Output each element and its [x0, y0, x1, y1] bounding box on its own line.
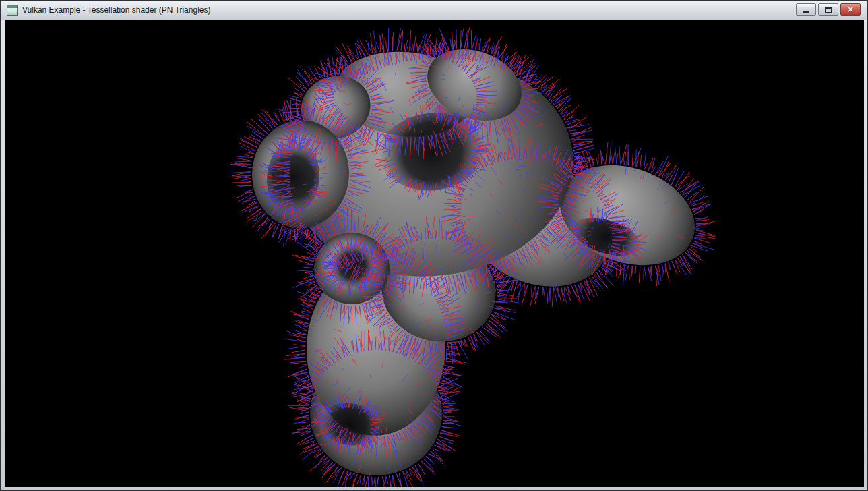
window-title: Vulkan Example - Tessellation shader (PN… — [22, 5, 210, 15]
minimize-button[interactable] — [796, 3, 816, 16]
maximize-button[interactable] — [818, 3, 838, 16]
maximize-icon — [825, 7, 832, 13]
app-window: Vulkan Example - Tessellation shader (PN… — [0, 0, 868, 491]
close-button[interactable]: × — [840, 3, 861, 16]
render-canvas[interactable] — [5, 20, 864, 487]
titlebar[interactable]: Vulkan Example - Tessellation shader (PN… — [1, 1, 867, 20]
render-viewport — [5, 20, 864, 487]
close-icon: × — [848, 5, 853, 14]
app-icon — [7, 5, 18, 16]
window-controls: × — [796, 3, 861, 16]
minimize-icon — [803, 11, 809, 13]
